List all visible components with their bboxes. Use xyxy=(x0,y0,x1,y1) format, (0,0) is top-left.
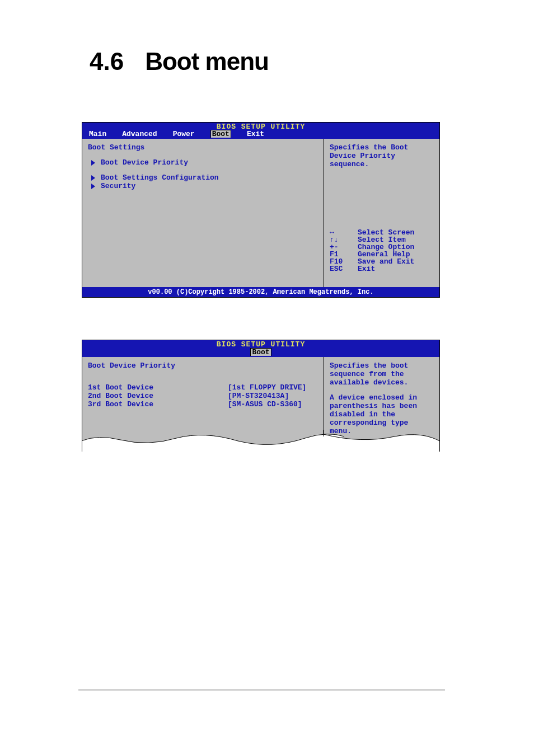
bios-menubar: Boot xyxy=(82,348,439,357)
menu-item-label: Boot Device Priority xyxy=(101,158,188,167)
menu-item-boot-settings-config[interactable]: Boot Settings Configuration xyxy=(88,173,318,182)
section-number: 4.6 xyxy=(90,48,124,75)
boot-device-value: [SM-ASUS CD-S360] xyxy=(228,400,302,408)
menu-item-security[interactable]: Security xyxy=(88,182,318,190)
triangle-icon xyxy=(91,160,95,166)
menu-item-boot-device-priority[interactable]: Boot Device Priority xyxy=(88,158,318,167)
menu-item-label: Security xyxy=(101,182,135,190)
bios-menubar: Main Advanced Power Boot Exit xyxy=(82,130,439,139)
page-title: 4.6Boot menu xyxy=(90,48,269,76)
bios-header: BIOS SETUP UTILITY Boot xyxy=(82,340,439,357)
key-esc-desc: Exit xyxy=(358,265,434,273)
boot-device-label: 1st Boot Device xyxy=(88,383,228,392)
page-footer-rule xyxy=(78,689,445,691)
boot-device-label: 3rd Boot Device xyxy=(88,400,228,408)
boot-device-3[interactable]: 3rd Boot Device [SM-ASUS CD-S360] xyxy=(88,400,318,408)
boot-device-value: [1st FLOPPY DRIVE] xyxy=(228,383,306,392)
bios-body: Boot Device Priority 1st Boot Device [1s… xyxy=(82,357,439,441)
bios-screenshot-boot-settings: BIOS SETUP UTILITY Main Advanced Power B… xyxy=(82,122,440,298)
triangle-icon xyxy=(91,184,95,189)
tab-advanced[interactable]: Advanced xyxy=(122,130,157,138)
boot-settings-heading: Boot Settings xyxy=(88,143,318,152)
tab-power[interactable]: Power xyxy=(173,130,195,138)
bios-title: BIOS SETUP UTILITY xyxy=(82,341,439,348)
boot-device-value: [PM-ST320413A] xyxy=(228,392,289,400)
bios-left-pane: Boot Device Priority 1st Boot Device [1s… xyxy=(82,357,324,441)
triangle-icon xyxy=(91,175,95,181)
bios-screenshot-boot-device-priority: BIOS SETUP UTILITY Boot Boot Device Prio… xyxy=(82,340,440,452)
help-text-2: A device enclosed in parenthesis has bee… xyxy=(330,393,428,435)
tab-boot[interactable]: Boot xyxy=(250,348,271,356)
key-esc: ESC xyxy=(330,265,358,273)
bios-right-pane: Specifies the boot sequence from the ava… xyxy=(324,357,439,441)
help-text: Specifies the Boot Device Priority seque… xyxy=(330,143,425,168)
bios-left-pane: Boot Settings Boot Device Priority Boot … xyxy=(82,139,324,287)
bios-right-pane: Specifies the Boot Device Priority seque… xyxy=(324,139,439,287)
bios-body: Boot Settings Boot Device Priority Boot … xyxy=(82,139,439,287)
bios-header: BIOS SETUP UTILITY Main Advanced Power B… xyxy=(82,123,439,139)
tab-boot[interactable]: Boot xyxy=(210,130,231,138)
boot-device-label: 2nd Boot Device xyxy=(88,392,228,400)
boot-device-1[interactable]: 1st Boot Device [1st FLOPPY DRIVE] xyxy=(88,383,318,392)
help-keys: ↔Select Screen ↑↓Select Item +-Change Op… xyxy=(330,229,434,273)
section-title: Boot menu xyxy=(145,48,269,75)
help-text-1: Specifies the boot sequence from the ava… xyxy=(330,361,425,387)
boot-device-2[interactable]: 2nd Boot Device [PM-ST320413A] xyxy=(88,392,318,400)
menu-item-label: Boot Settings Configuration xyxy=(101,173,219,182)
tab-main[interactable]: Main xyxy=(89,130,106,138)
bios-footer: v00.00 (C)Copyright 1985-2002, American … xyxy=(82,287,439,297)
boot-device-priority-heading: Boot Device Priority xyxy=(88,361,318,370)
tab-exit[interactable]: Exit xyxy=(247,130,264,138)
